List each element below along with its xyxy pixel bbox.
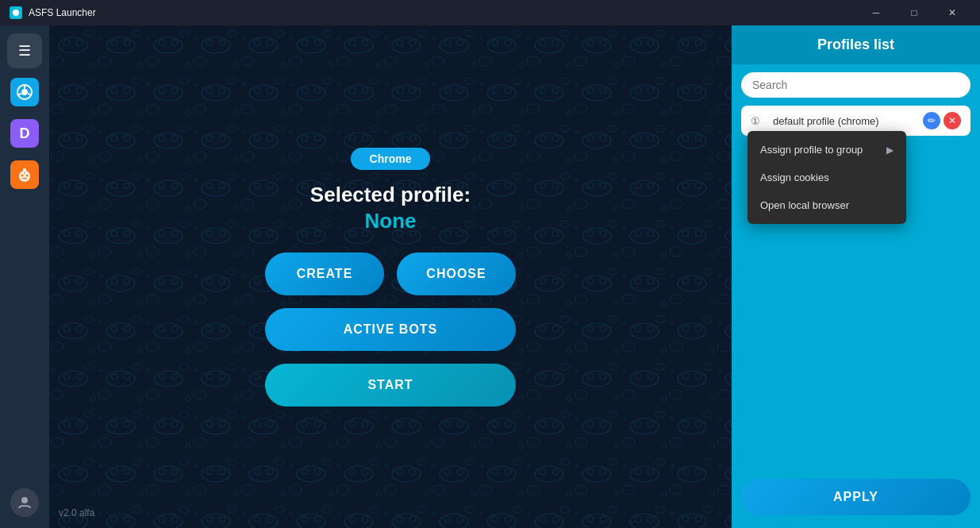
maximize-button[interactable]: □ xyxy=(896,0,932,25)
svg-point-12 xyxy=(21,497,28,503)
assign-group-label: Assign profile to group xyxy=(760,144,863,156)
sidebar-bottom xyxy=(7,485,42,520)
svg-point-11 xyxy=(24,172,25,174)
content-area: Chrome Selected profile: None CREATE CHO… xyxy=(49,25,732,528)
sidebar-item-chrome[interactable] xyxy=(7,75,42,110)
svg-rect-10 xyxy=(23,168,26,172)
chrome-icon xyxy=(10,78,39,106)
bot-icon xyxy=(10,160,39,189)
context-menu: Assign profile to group ▶ Assign cookies… xyxy=(747,131,906,224)
open-browser-label: Open local browser xyxy=(760,199,849,211)
search-input[interactable] xyxy=(741,72,970,98)
menu-icon: ☰ xyxy=(18,42,31,60)
active-bots-button[interactable]: ACTIVE BOTS xyxy=(265,308,516,351)
app-icon xyxy=(10,6,22,19)
profile-label: Selected profile: xyxy=(310,183,471,207)
profile-heading: Selected profile: None xyxy=(310,183,471,233)
right-panel: Profiles list ① default profile (chrome)… xyxy=(732,25,980,528)
profile-item-name: default profile (chrome) xyxy=(773,115,917,127)
sidebar-item-user[interactable] xyxy=(7,485,42,520)
remove-profile-button[interactable]: ✕ xyxy=(943,112,961,129)
edit-profile-button[interactable]: ✏ xyxy=(923,112,940,129)
dash-icon: D xyxy=(10,119,39,148)
svg-point-8 xyxy=(26,175,29,177)
search-container xyxy=(732,64,980,106)
titlebar-left: ASFS Launcher xyxy=(10,6,96,19)
user-avatar xyxy=(10,488,39,517)
svg-point-7 xyxy=(21,175,24,177)
start-button[interactable]: START xyxy=(265,364,516,407)
profiles-title: Profiles list xyxy=(817,37,894,52)
assign-cookies-label: Assign cookies xyxy=(760,172,829,183)
create-button[interactable]: CREATE xyxy=(265,252,384,295)
main-layout: ☰ D xyxy=(0,25,980,528)
profile-item-number: ① xyxy=(751,115,767,127)
profile-item-actions: ✏ ✕ xyxy=(923,112,961,129)
titlebar-title: ASFS Launcher xyxy=(29,7,96,18)
titlebar-controls: ─ □ ✕ xyxy=(858,0,970,25)
browser-badge: Chrome xyxy=(351,148,431,170)
profiles-header: Profiles list xyxy=(732,25,980,64)
context-menu-assign-cookies[interactable]: Assign cookies xyxy=(747,164,906,191)
choose-button[interactable]: CHOOSE xyxy=(397,252,516,295)
profile-value: None xyxy=(310,209,471,233)
assign-group-arrow-icon: ▶ xyxy=(886,145,894,156)
action-buttons-row: CREATE CHOOSE xyxy=(265,252,516,295)
profile-item-container: ① default profile (chrome) ✏ ✕ Assign pr… xyxy=(732,106,980,139)
svg-rect-9 xyxy=(22,178,27,179)
sidebar-item-bot[interactable] xyxy=(7,157,42,192)
titlebar: ASFS Launcher ─ □ ✕ xyxy=(0,0,980,25)
sidebar-menu-button[interactable]: ☰ xyxy=(7,33,42,68)
sidebar: ☰ D xyxy=(0,25,49,528)
sidebar-item-dash[interactable]: D xyxy=(7,116,42,151)
context-menu-open-browser[interactable]: Open local browser xyxy=(747,191,906,219)
minimize-button[interactable]: ─ xyxy=(858,0,894,25)
svg-point-0 xyxy=(13,10,19,16)
apply-button[interactable]: APPLY xyxy=(741,479,970,515)
svg-point-2 xyxy=(21,89,28,95)
context-menu-assign-group[interactable]: Assign profile to group ▶ xyxy=(747,136,906,164)
close-button[interactable]: ✕ xyxy=(934,0,970,25)
center-content: Chrome Selected profile: None CREATE CHO… xyxy=(49,25,732,528)
